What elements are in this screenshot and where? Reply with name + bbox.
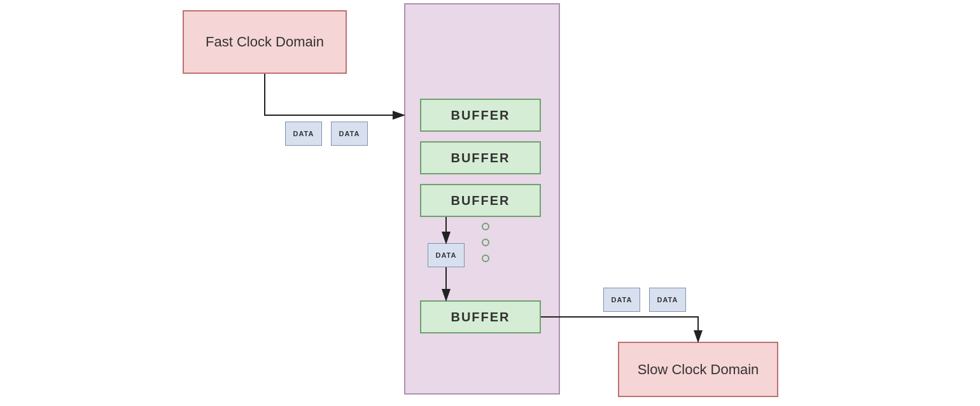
fast-clock-label: Fast Clock Domain xyxy=(206,34,324,50)
fast-clock-domain-box: Fast Clock Domain xyxy=(183,10,347,74)
buffer-1: BUFFER xyxy=(420,99,541,132)
input-arrow xyxy=(265,74,404,115)
data-fifo: DATA xyxy=(428,243,465,267)
ellipsis-dot-1 xyxy=(482,223,489,230)
diagram-container: Fast Clock Domain Slow Clock Domain BUFF… xyxy=(0,0,980,406)
slow-clock-label: Slow Clock Domain xyxy=(638,361,759,378)
data-input-1: DATA xyxy=(285,122,322,146)
ellipsis-dot-3 xyxy=(482,255,489,262)
output-arrow xyxy=(541,317,698,342)
buffer-3: BUFFER xyxy=(420,184,541,217)
ellipsis-dot-2 xyxy=(482,239,489,246)
data-output-2: DATA xyxy=(649,288,686,312)
buffer-2: BUFFER xyxy=(420,141,541,174)
data-output-1: DATA xyxy=(603,288,640,312)
buffer-4: BUFFER xyxy=(420,300,541,333)
slow-clock-domain-box: Slow Clock Domain xyxy=(618,342,778,397)
data-input-2: DATA xyxy=(331,122,368,146)
